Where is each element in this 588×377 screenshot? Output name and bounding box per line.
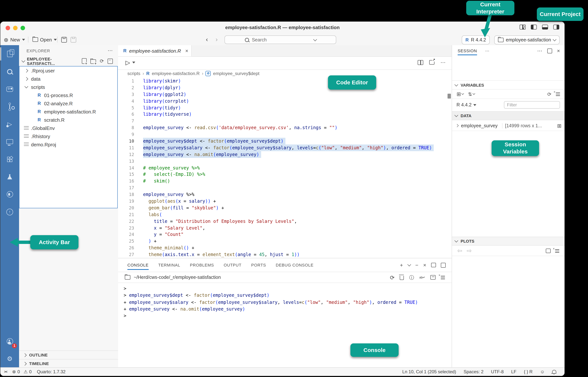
session-tabs-more-icon[interactable]: ⋯ bbox=[485, 45, 489, 56]
split-icon[interactable] bbox=[418, 60, 423, 65]
panel-tab-problems[interactable]: PROBLEMS bbox=[190, 258, 214, 272]
open-external-icon[interactable] bbox=[429, 60, 434, 65]
tree-item-01-process-r[interactable]: R01-process.R bbox=[19, 91, 117, 99]
open-data-viewer-icon[interactable]: ⊞ bbox=[557, 123, 564, 128]
tree-item-demo-rproj[interactable]: demo.Rproj bbox=[19, 140, 117, 149]
forward-icon[interactable]: ⇨ bbox=[467, 248, 472, 254]
outline-section[interactable]: OUTLINE bbox=[19, 351, 118, 359]
problems-indicator[interactable]: ⊗0 ⚠0 bbox=[12, 369, 32, 374]
word-wrap-icon[interactable]: ab↵ bbox=[419, 276, 425, 279]
plots-section-header[interactable]: PLOTS bbox=[452, 237, 564, 246]
toggle-right-panel-icon[interactable] bbox=[553, 25, 559, 29]
activity-extensions-icon[interactable] bbox=[0, 150, 19, 168]
activity-github-icon[interactable] bbox=[0, 186, 19, 203]
remote-indicator[interactable]: >< bbox=[4, 370, 7, 374]
layout-grid-icon[interactable]: ⊞ bbox=[456, 92, 463, 97]
explorer-more-actions-icon[interactable]: ⋯ bbox=[108, 47, 113, 53]
save-button[interactable] bbox=[61, 36, 67, 43]
cursor-position[interactable]: Ln 10, Col 1 (205 selected) bbox=[402, 369, 456, 374]
breadcrumb[interactable]: scripts› R employee-satisfaction.R› ⊘ em… bbox=[118, 70, 452, 78]
restart-icon[interactable]: ⟳ bbox=[390, 274, 394, 280]
more-icon[interactable]: ⋯ bbox=[441, 60, 446, 65]
feedback-icon[interactable]: ☺ bbox=[540, 369, 545, 374]
activity-account-icon[interactable]: 1 bbox=[0, 333, 19, 350]
tree-item-scripts[interactable]: scripts bbox=[19, 83, 117, 91]
activity-search-icon[interactable] bbox=[0, 63, 19, 80]
fullscreen-icon[interactable] bbox=[547, 48, 552, 53]
tab-session[interactable]: SESSION bbox=[458, 45, 477, 56]
pane-icon[interactable] bbox=[546, 248, 551, 253]
back-icon[interactable]: ⇦ bbox=[457, 248, 462, 254]
activity-publish-icon[interactable]: ↑ bbox=[0, 203, 19, 221]
toggle-left-panel-icon[interactable] bbox=[531, 25, 537, 29]
navigate-back-button[interactable]: ‹ bbox=[206, 36, 208, 43]
panel-tab-terminal[interactable]: TERMINAL bbox=[158, 258, 180, 272]
run-button[interactable]: ▷ bbox=[125, 59, 135, 66]
save-all-button[interactable] bbox=[71, 36, 76, 43]
new-button[interactable]: ⊕ New bbox=[4, 36, 25, 43]
customize-layout-icon[interactable] bbox=[520, 25, 526, 29]
runtime-selector[interactable]: R 4.4.2 bbox=[456, 102, 477, 107]
activity-testing-icon[interactable] bbox=[0, 168, 19, 186]
panel-tab-ports[interactable]: PORTS bbox=[251, 258, 266, 272]
tree-item--rhistory[interactable]: .Rhistory bbox=[19, 132, 117, 140]
interpreter-button[interactable]: R R 4.4.2 bbox=[462, 35, 490, 44]
trash-icon[interactable] bbox=[400, 275, 404, 280]
close-tab-icon[interactable]: × bbox=[185, 48, 188, 54]
tree-item--rproj-user[interactable]: .Rproj.user bbox=[19, 66, 117, 75]
more-icon[interactable]: ⋯ bbox=[537, 48, 542, 53]
refresh-icon[interactable]: ⟳ bbox=[100, 59, 104, 63]
indentation[interactable]: Spaces: 2 bbox=[464, 369, 484, 374]
chevron-right-icon[interactable] bbox=[455, 124, 459, 127]
tree-item-02-analyze-r[interactable]: R02-analyze.R bbox=[19, 99, 117, 107]
explorer-section-header[interactable]: EMPLOYEE-SATISFACTI... ⟳ bbox=[19, 56, 118, 66]
data-group-header[interactable]: DATA bbox=[452, 111, 564, 120]
move-to-editor-icon[interactable] bbox=[430, 275, 436, 280]
encoding[interactable]: UTF-8 bbox=[491, 369, 504, 374]
panel-tab-output[interactable]: OUTPUT bbox=[224, 258, 242, 272]
refresh-icon[interactable]: ⟳ bbox=[547, 92, 551, 96]
activity-settings-icon[interactable]: ⚙ bbox=[0, 350, 19, 368]
collapse-all-icon[interactable] bbox=[108, 59, 113, 64]
language-mode[interactable]: { } R bbox=[524, 369, 533, 374]
navigate-forward-button[interactable]: › bbox=[216, 36, 218, 43]
console-output[interactable]: >> employee_survey$dept <- factor(employ… bbox=[124, 285, 418, 319]
search-input[interactable]: Search bbox=[224, 35, 336, 44]
activity-remote-icon[interactable] bbox=[0, 133, 19, 150]
project-button[interactable]: employee-satisfaction bbox=[494, 35, 560, 44]
close-icon[interactable]: × bbox=[557, 48, 560, 53]
clear-list-icon[interactable] bbox=[555, 249, 559, 252]
sort-icon[interactable]: ⇅ bbox=[468, 92, 475, 96]
panel-tab-debug-console[interactable]: DEBUG CONSOLE bbox=[276, 258, 313, 272]
activity-files-icon[interactable] bbox=[0, 45, 19, 63]
eol-sequence[interactable]: LF bbox=[511, 369, 516, 374]
chevron-down-icon[interactable] bbox=[408, 264, 410, 266]
clear-list-icon[interactable] bbox=[441, 276, 445, 279]
code-editor[interactable]: 1library(skimr)2library(dplyr)3library(g… bbox=[118, 78, 452, 258]
tab-employee-satisfaction[interactable]: R employee-satisfaction.R × bbox=[118, 45, 192, 56]
variables-filter-input[interactable] bbox=[504, 101, 560, 109]
close-icon[interactable]: × bbox=[423, 262, 426, 268]
new-file-icon[interactable] bbox=[82, 58, 87, 64]
add-icon[interactable]: + bbox=[400, 262, 403, 268]
timeline-section[interactable]: TIMELINE bbox=[19, 359, 118, 368]
tree-item--globalenv[interactable]: .GlobalEnv bbox=[19, 124, 117, 132]
restore-icon[interactable] bbox=[431, 263, 436, 267]
activity-source-control-icon[interactable] bbox=[0, 98, 19, 115]
filter-list-icon[interactable] bbox=[556, 92, 560, 96]
tree-item-scratch-r[interactable]: Rscratch.R bbox=[19, 116, 117, 124]
notifications-bell-icon[interactable] bbox=[552, 370, 556, 373]
maximize-icon[interactable] bbox=[441, 263, 446, 267]
editor-scrollbar[interactable] bbox=[448, 94, 451, 99]
variable-row[interactable]: employee_survey [14999 rows x 1... ⊞ bbox=[452, 120, 564, 131]
panel-tab-console[interactable]: CONSOLE bbox=[127, 258, 148, 272]
new-folder-icon[interactable] bbox=[90, 59, 96, 64]
tree-item-employee-satisfaction-r[interactable]: Remployee-satisfaction.R bbox=[19, 107, 117, 116]
tree-item-data[interactable]: data bbox=[19, 75, 117, 83]
toggle-bottom-panel-icon[interactable] bbox=[542, 25, 548, 29]
activity-debug-icon[interactable]: ▷ bbox=[0, 115, 19, 133]
quarto-version[interactable]: Quarto: 1.7.32 bbox=[37, 369, 65, 374]
open-button[interactable]: Open bbox=[33, 36, 57, 43]
variables-section-header[interactable]: VARIABLES bbox=[452, 80, 564, 89]
minimize-icon[interactable]: − bbox=[415, 262, 418, 268]
